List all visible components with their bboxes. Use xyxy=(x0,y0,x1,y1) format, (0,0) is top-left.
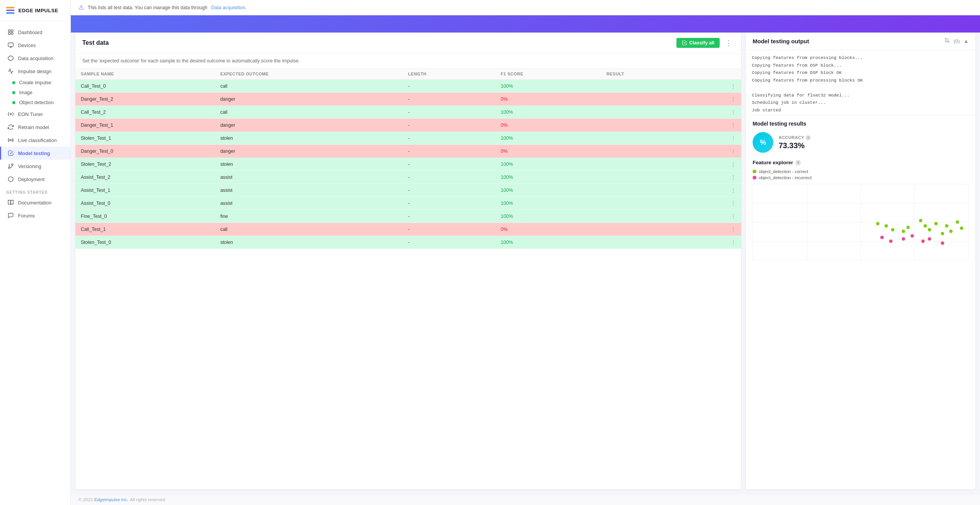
sidebar-item-forums[interactable]: Forums xyxy=(0,209,70,222)
cell-name: Danger_Test_1 xyxy=(75,119,215,132)
legend-incorrect-label: object_detection - incorrect xyxy=(759,175,812,180)
sidebar-item-live-classification[interactable]: Live classification xyxy=(0,134,70,147)
sidebar-item-create-impulse[interactable]: Create impulse xyxy=(0,78,70,88)
cell-length: - xyxy=(403,93,495,106)
row-menu-button[interactable]: ⋮ xyxy=(691,158,741,171)
cell-name: Assist_Test_2 xyxy=(75,171,215,184)
main-content: ⚠ This lists all test data. You can mana… xyxy=(71,0,980,505)
row-menu-button[interactable]: ⋮ xyxy=(691,145,741,158)
table-row: Assist_Test_1 assist - 100% ⋮ xyxy=(75,184,741,197)
results-title: Model testing results xyxy=(753,121,969,127)
deployment-icon xyxy=(7,176,14,183)
cell-name: Stolen_Test_1 xyxy=(75,132,215,145)
cell-name: Assist_Test_0 xyxy=(75,197,215,210)
sidebar-item-deployment[interactable]: Deployment xyxy=(0,173,70,186)
sidebar-item-model-testing[interactable]: Model testing xyxy=(0,147,70,160)
image-dot xyxy=(12,91,15,94)
cell-f1: 0% xyxy=(495,119,601,132)
versioning-label: Versioning xyxy=(18,163,41,169)
sidebar-item-devices-label: Devices xyxy=(18,42,36,48)
scatter-dot-incorrect xyxy=(880,235,884,239)
row-menu-button[interactable]: ⋮ xyxy=(691,132,741,145)
row-menu-button[interactable]: ⋮ xyxy=(691,171,741,184)
scatter-dot-correct xyxy=(902,229,905,233)
log-line-8: Job started xyxy=(752,106,969,114)
cell-f1: 100% xyxy=(495,184,601,197)
documentation-icon xyxy=(7,199,14,206)
cell-length: - xyxy=(403,223,495,236)
sidebar-item-versioning[interactable]: Versioning xyxy=(0,160,70,173)
sidebar-item-devices[interactable]: Devices xyxy=(0,39,70,52)
svg-point-10 xyxy=(8,167,10,168)
svg-rect-4 xyxy=(8,43,13,46)
dashboard-icon xyxy=(7,29,14,36)
row-menu-button[interactable]: ⋮ xyxy=(691,119,741,132)
scatter-dot-incorrect xyxy=(910,234,914,237)
cell-length: - xyxy=(403,210,495,223)
scatter-dot-correct xyxy=(956,221,959,224)
legend-green-dot xyxy=(753,170,756,173)
row-menu-button[interactable]: ⋮ xyxy=(691,80,741,93)
create-impulse-dot xyxy=(12,81,15,84)
sidebar-item-retrain-model[interactable]: Retrain model xyxy=(0,121,70,134)
sidebar-item-image[interactable]: Image xyxy=(0,88,70,98)
row-menu-button[interactable]: ⋮ xyxy=(691,106,741,119)
sidebar-item-dashboard[interactable]: Dashboard xyxy=(0,26,70,39)
row-menu-button[interactable]: ⋮ xyxy=(691,93,741,106)
accuracy-help-icon[interactable]: ? xyxy=(805,135,811,141)
getting-started-label: GETTING STARTED xyxy=(0,186,70,196)
cell-result xyxy=(601,119,691,132)
notification-bar: ⚠ This lists all test data. You can mana… xyxy=(71,0,980,15)
feature-explorer-help-icon[interactable]: ? xyxy=(795,160,801,165)
sidebar-item-data-acquisition[interactable]: Data acquisition xyxy=(0,52,70,65)
results-section: Model testing results % ACCURACY ? 73.33… xyxy=(746,115,975,489)
test-data-actions: Classify all ⋮ xyxy=(676,38,734,48)
sidebar-item-eon-tuner[interactable]: EON Tuner xyxy=(0,108,70,121)
cell-length: - xyxy=(403,158,495,171)
row-menu-button[interactable]: ⋮ xyxy=(691,210,741,223)
table-row: Stolen_Test_0 stolen - 100% ⋮ xyxy=(75,236,741,249)
cell-outcome: stolen xyxy=(215,158,403,171)
sidebar-item-object-detection[interactable]: Object detection xyxy=(0,98,70,108)
cell-name: Stolen_Test_0 xyxy=(75,236,215,249)
live-class-icon xyxy=(7,137,14,144)
collapse-icon[interactable]: ▲ xyxy=(964,38,969,44)
legend: object_detection - correct object_detect… xyxy=(753,169,969,180)
data-acquisition-link[interactable]: Data acquisition. xyxy=(211,5,247,10)
sidebar-item-impulse-design[interactable]: Impulse design xyxy=(0,65,70,78)
feature-explorer-title: Feature explorer ? xyxy=(753,160,969,165)
col-sample-name: SAMPLE NAME xyxy=(75,69,215,80)
row-menu-button[interactable]: ⋮ xyxy=(691,223,741,236)
cell-name: Call_Test_2 xyxy=(75,106,215,119)
sidebar-item-data-acquisition-label: Data acquisition xyxy=(18,56,54,61)
output-header: Model testing output (0) ▲ xyxy=(746,33,975,50)
col-f1-score: F1 SCORE xyxy=(495,69,601,80)
log-line-5 xyxy=(752,84,969,92)
create-impulse-label: Create impulse xyxy=(19,80,51,85)
cell-outcome: danger xyxy=(215,93,403,106)
accuracy-value: 73.33% xyxy=(779,141,811,150)
cell-f1: 100% xyxy=(495,80,601,93)
cell-result xyxy=(601,184,691,197)
scatter-dot-incorrect xyxy=(902,237,905,240)
scatter-dot-correct xyxy=(876,222,879,225)
table-row: Call_Test_1 call - 0% ⋮ xyxy=(75,223,741,236)
svg-rect-1 xyxy=(11,30,13,32)
company-link[interactable]: EdgeImpulse Inc. xyxy=(94,497,128,502)
cell-result xyxy=(601,171,691,184)
forums-label: Forums xyxy=(18,213,35,219)
test-data-menu[interactable]: ⋮ xyxy=(723,38,734,48)
cell-length: - xyxy=(403,184,495,197)
sidebar-item-documentation[interactable]: Documentation xyxy=(0,196,70,209)
svg-marker-5 xyxy=(8,56,13,60)
accuracy-row: % ACCURACY ? 73.33% xyxy=(753,132,969,153)
gradient-header xyxy=(71,15,980,33)
row-menu-button[interactable]: ⋮ xyxy=(691,184,741,197)
cell-result xyxy=(601,158,691,171)
classify-all-button[interactable]: Classify all xyxy=(676,38,720,48)
row-menu-button[interactable]: ⋮ xyxy=(691,236,741,249)
row-menu-button[interactable]: ⋮ xyxy=(691,197,741,210)
cell-result xyxy=(601,210,691,223)
cell-outcome: assist xyxy=(215,184,403,197)
log-line-4: Copying features from processing blocks … xyxy=(752,77,969,84)
